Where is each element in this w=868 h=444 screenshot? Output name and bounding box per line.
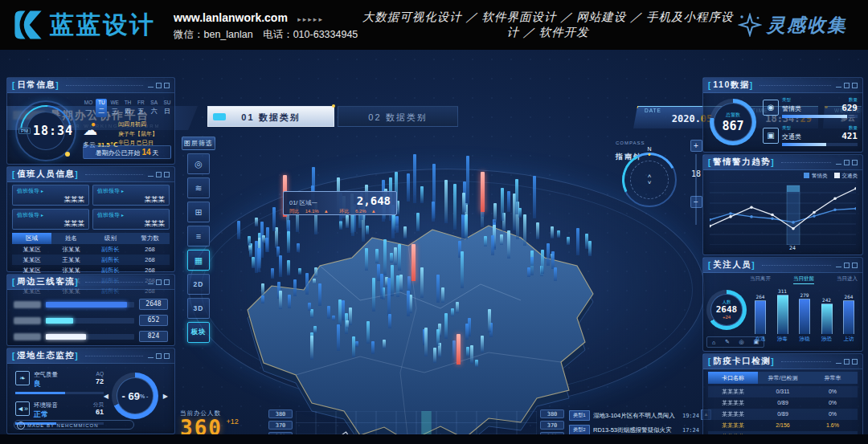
bar-fill xyxy=(46,334,86,340)
window-icon[interactable] xyxy=(156,279,162,285)
strip-icon[interactable]: ✎ xyxy=(725,339,730,345)
weekday-cell[interactable]: FR五 xyxy=(135,99,146,117)
bar xyxy=(777,295,788,334)
screen: 蓝蓝设计 www.lanlanwork.com ▸▸▸▸▸ 微信：ben_lan… xyxy=(0,0,868,444)
strip-icon[interactable]: ◎ xyxy=(739,339,744,345)
window-controls xyxy=(148,279,170,285)
window-icon[interactable] xyxy=(844,263,850,268)
duty-card[interactable]: 值班领导 ▸某某某 xyxy=(12,185,89,206)
tab-corner-dot xyxy=(332,104,335,108)
gauge-right-arrow[interactable]: ▶ xyxy=(163,393,168,400)
zoom-track xyxy=(695,154,697,225)
duty-card[interactable]: 值班领导 ▸某某某 xyxy=(12,209,89,230)
minimize-icon[interactable] xyxy=(836,160,841,165)
weekday-cell[interactable]: SU日 xyxy=(162,99,173,117)
column-header[interactable]: 异常率 xyxy=(808,372,858,384)
expand-icon[interactable] xyxy=(164,279,170,285)
checkpoint-row[interactable]: 某某某某0/890% xyxy=(708,397,858,409)
strip-icon[interactable]: ▣ xyxy=(753,339,759,345)
minimize-icon[interactable] xyxy=(148,279,154,284)
layer-button-radar[interactable]: ≋ xyxy=(187,177,210,198)
alert-row[interactable]: 类型1湿地3-104片区有不明人员闯入19:24 xyxy=(569,409,699,422)
weekday-cell[interactable]: SA六 xyxy=(149,99,160,117)
duty-name: 某某某 xyxy=(17,219,84,229)
compass-north-tick xyxy=(649,153,651,156)
legend-item[interactable]: 交通类 xyxy=(834,173,858,180)
bus-icon: ▣ xyxy=(763,128,779,144)
table-cell: 某某区 xyxy=(12,244,51,255)
unit-value: 61 xyxy=(93,408,104,418)
focus-tab[interactable]: 当日驻留 xyxy=(793,275,814,284)
expand-icon[interactable] xyxy=(164,353,170,359)
strip-icon[interactable]: ⌂ xyxy=(712,340,715,345)
minimize-icon[interactable] xyxy=(148,172,154,177)
bar-track xyxy=(46,302,134,308)
expand-icon[interactable] xyxy=(852,359,858,365)
gauge-left-arrow[interactable]: ◀ xyxy=(104,393,108,400)
site-url[interactable]: www.lanlanwork.com xyxy=(174,11,288,24)
expand-icon[interactable] xyxy=(164,172,170,177)
compass-label-en: COMPASS xyxy=(616,141,645,145)
column-header[interactable]: 级别 xyxy=(91,233,130,244)
window-icon[interactable] xyxy=(844,83,850,88)
weekday-cell[interactable]: WE三 xyxy=(109,99,121,117)
weekday-cell[interactable]: MO一 xyxy=(83,99,94,117)
panel-passenger-flow: [周边三线客流] 2648652824 xyxy=(6,274,175,346)
column-header[interactable]: 姓名 xyxy=(51,233,91,244)
logo-text: 蓝蓝设计 xyxy=(50,9,156,42)
minimize-icon[interactable] xyxy=(836,359,841,364)
zoom-in-button[interactable]: + xyxy=(690,140,702,152)
focus-tab[interactable]: 当日进入 xyxy=(837,275,858,284)
layer-button-camera[interactable]: ◎ xyxy=(187,153,210,174)
weekday-cell[interactable]: TH四 xyxy=(122,99,133,117)
layer-button-mode-3d[interactable]: 3D xyxy=(187,298,210,319)
focus-bar-item: 264在逃 xyxy=(751,285,769,343)
layer-button-list[interactable]: ≡ xyxy=(187,226,210,246)
weekday-cell[interactable]: TU二 xyxy=(96,99,107,117)
alarm-icon: ◉ xyxy=(763,100,779,116)
tab-data-category-1[interactable]: 01 数据类别 xyxy=(207,106,334,127)
trend-legend: 警情类交通类 xyxy=(804,173,858,180)
panel-focus-people: [关注人员] 当日离开当日驻留当日进入 人数 2648 +24 264在逃311… xyxy=(702,257,863,352)
layer-button-grid[interactable]: ⊞ xyxy=(187,202,210,222)
column-header[interactable]: 区域 xyxy=(12,233,51,244)
expand-icon[interactable] xyxy=(852,160,858,165)
province-map[interactable] xyxy=(199,180,617,444)
minimize-icon[interactable] xyxy=(148,353,154,358)
expand-icon[interactable] xyxy=(852,83,858,88)
table-row[interactable]: 某某区张某某副所长268 xyxy=(12,244,170,255)
bracket-decoration: ] xyxy=(75,278,77,287)
window-icon[interactable] xyxy=(844,160,850,165)
checkpoint-row[interactable]: 某某某某2/1561.6% xyxy=(708,420,858,431)
column-header[interactable]: 异常/已检测 xyxy=(758,372,808,384)
layer-button-chart[interactable]: ▦ xyxy=(187,250,210,271)
chevron-down-icon[interactable]: ˅ xyxy=(648,180,652,186)
checkpoint-row[interactable]: 某某某某0/3110% xyxy=(708,386,858,397)
table-row[interactable]: 某某区王某某副所长268 xyxy=(12,255,170,265)
window-icon[interactable] xyxy=(156,353,162,359)
compass-dial[interactable]: N ˄˅ xyxy=(622,153,677,207)
column-header[interactable]: 卡口名称 xyxy=(708,372,758,384)
lanlan-logo[interactable]: 蓝蓝设计 xyxy=(11,8,156,42)
window-icon[interactable] xyxy=(156,83,162,88)
minimize-icon[interactable] xyxy=(148,83,154,88)
expand-icon[interactable] xyxy=(164,83,170,88)
focus-tab[interactable]: 当日离开 xyxy=(750,275,771,284)
minimize-icon[interactable] xyxy=(836,83,841,88)
window-icon[interactable] xyxy=(844,359,850,365)
window-icon[interactable] xyxy=(156,172,162,177)
column-header[interactable]: 警力数 xyxy=(130,233,170,244)
layer-button-blocks[interactable]: 板块 xyxy=(187,322,210,343)
layer-button-mode-2d[interactable]: 2D xyxy=(187,274,210,295)
expand-icon[interactable] xyxy=(852,263,858,268)
legend-item[interactable]: 警情类 xyxy=(804,173,828,180)
duty-card[interactable]: 值班领导 ▸某某某 xyxy=(92,209,170,230)
duty-card[interactable]: 值班领导 ▸某某某 xyxy=(92,185,170,206)
checkpoint-row[interactable]: 某某某某0/890% xyxy=(708,409,858,420)
duty-role: 值班领导 ▸ xyxy=(17,211,84,219)
tab-data-category-2[interactable]: 02 数据类别 xyxy=(338,106,458,127)
inspiration-collect[interactable]: 灵感收集 xyxy=(738,13,847,38)
minimize-icon[interactable] xyxy=(836,263,841,267)
bracket-decoration: ] xyxy=(751,261,754,270)
bracket-decoration: ] xyxy=(75,170,77,179)
